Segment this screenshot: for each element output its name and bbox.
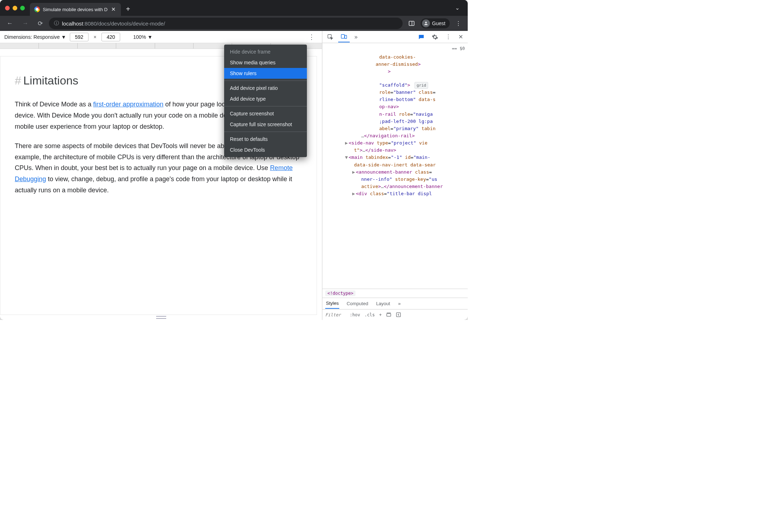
url-port: :8080 [83, 20, 97, 27]
device-mode-pane: Dimensions: Responsive ▼ × 100% ▼ ⋮ Hide… [0, 31, 322, 320]
computed-tab[interactable]: Computed [346, 299, 369, 308]
svg-rect-0 [409, 21, 414, 26]
first-order-approximation-link[interactable]: first-order approximation [93, 101, 163, 108]
profile-button[interactable]: Guest [421, 18, 450, 28]
toolbar: ← → ⟳ ⓘ localhost:8080/docs/devtools/dev… [0, 16, 468, 31]
toggle-rendering-panel-button[interactable] [396, 312, 401, 317]
menu-close-devtools[interactable]: Close DevTools [224, 145, 307, 155]
styles-filter-input[interactable] [325, 312, 345, 317]
toggle-device-toolbar-button[interactable] [338, 32, 350, 42]
devtools-pane: » ⋮ ✕ == $0 data-cookies- anner-dismisse… [322, 31, 468, 320]
chrome-window: Simulate mobile devices with D ✕ + ⌄ ← →… [0, 0, 468, 320]
dropdown-caret-icon: ▼ [61, 34, 66, 40]
site-info-icon[interactable]: ⓘ [54, 20, 59, 27]
devtools-settings-button[interactable] [429, 32, 441, 42]
styles-toolbar: :hov .cls + [322, 309, 468, 320]
traffic-lights [4, 6, 25, 10]
zoom-dropdown[interactable]: 100% ▼ [133, 34, 153, 40]
styles-tabs-overflow[interactable]: » [397, 299, 401, 308]
resize-handle-corner[interactable]: ◢ [316, 307, 317, 315]
inspect-element-button[interactable] [325, 32, 336, 42]
svg-point-2 [425, 22, 427, 23]
heading-text: Limitations [23, 74, 78, 87]
content-row: Dimensions: Responsive ▼ × 100% ▼ ⋮ Hide… [0, 31, 468, 320]
profile-label: Guest [432, 20, 445, 26]
computed-styles-sidebar-button[interactable] [386, 312, 391, 317]
new-tab-button[interactable]: + [121, 5, 135, 13]
device-options-menu: Hide device frame Show media queries Sho… [224, 45, 307, 157]
dimensions-dropdown[interactable]: Dimensions: Responsive ▼ [4, 34, 66, 40]
selected-element-ref: == $0 [325, 45, 468, 52]
tab-strip: Simulate mobile devices with D ✕ + ⌄ [0, 0, 468, 16]
minimize-window-button[interactable] [13, 6, 17, 10]
svg-rect-4 [341, 35, 345, 38]
menu-show-media-queries[interactable]: Show media queries [224, 57, 307, 68]
device-toolbar: Dimensions: Responsive ▼ × 100% ▼ ⋮ [0, 31, 322, 43]
chrome-menu-button[interactable]: ⋮ [453, 18, 464, 29]
menu-separator [224, 106, 307, 106]
devtools-close-button[interactable]: ✕ [456, 32, 466, 42]
forward-button[interactable]: → [19, 18, 32, 29]
width-input[interactable] [70, 33, 89, 41]
back-button[interactable]: ← [4, 18, 16, 29]
new-style-rule-button[interactable]: + [379, 312, 382, 317]
toggle-hov-button[interactable]: :hov [350, 312, 360, 317]
menu-add-device-pixel-ratio[interactable]: Add device pixel ratio [224, 83, 307, 93]
dropdown-caret-icon: ▼ [148, 34, 153, 40]
grid-badge[interactable]: grid [414, 82, 428, 89]
maximize-window-button[interactable] [20, 6, 25, 10]
layout-tab[interactable]: Layout [375, 299, 391, 308]
menu-add-device-type[interactable]: Add device type [224, 93, 307, 104]
toggle-cls-button[interactable]: .cls [364, 312, 375, 317]
avatar-icon [422, 19, 430, 27]
resize-handle-bottom[interactable] [0, 315, 322, 320]
browser-tab[interactable]: Simulate mobile devices with D ✕ [30, 3, 121, 16]
menu-separator [224, 81, 307, 81]
height-input[interactable] [101, 33, 120, 41]
breadcrumb-doctype[interactable]: <!doctype> [325, 290, 355, 296]
elements-panel[interactable]: == $0 data-cookies- anner-dismissed> > "… [322, 43, 468, 289]
chrome-favicon-icon [34, 6, 40, 12]
devtools-more-button[interactable]: ⋮ [443, 32, 454, 42]
tab-overflow-button[interactable]: ⌄ [451, 5, 464, 11]
feedback-button[interactable] [416, 32, 427, 42]
styles-tab[interactable]: Styles [325, 298, 339, 309]
styles-tabs: Styles Computed Layout » [322, 298, 468, 309]
menu-reset-to-defaults[interactable]: Reset to defaults [224, 134, 307, 145]
zoom-label: 100% [133, 34, 146, 40]
address-bar[interactable]: ⓘ localhost:8080/docs/devtools/device-mo… [49, 18, 403, 29]
menu-capture-full-screenshot[interactable]: Capture full size screenshot [224, 119, 307, 130]
svg-rect-6 [387, 313, 391, 316]
tab-title: Simulate mobile devices with D [43, 7, 108, 12]
dimensions-label: Dimensions: Responsive [4, 34, 60, 40]
dimension-separator: × [92, 34, 98, 40]
url-path: /docs/devtools/device-mode/ [97, 20, 165, 27]
hash-icon: # [15, 74, 21, 87]
devtools-tabs-overflow[interactable]: » [352, 32, 360, 42]
svg-rect-8 [396, 313, 400, 317]
close-window-button[interactable] [5, 6, 10, 10]
side-panel-button[interactable] [405, 18, 418, 29]
reload-button[interactable]: ⟳ [35, 18, 46, 29]
svg-rect-5 [345, 35, 346, 38]
devtools-toolbar: » ⋮ ✕ [322, 31, 468, 43]
menu-separator [224, 132, 307, 132]
breadcrumb-bar[interactable]: <!doctype> [322, 289, 468, 298]
menu-capture-screenshot[interactable]: Capture screenshot [224, 108, 307, 119]
url-host: localhost [62, 20, 83, 27]
menu-show-rulers[interactable]: Show rulers [224, 68, 307, 79]
menu-hide-device-frame[interactable]: Hide device frame [224, 46, 307, 57]
device-toolbar-more-button[interactable]: ⋮ [305, 32, 318, 42]
close-tab-button[interactable]: ✕ [110, 5, 117, 13]
